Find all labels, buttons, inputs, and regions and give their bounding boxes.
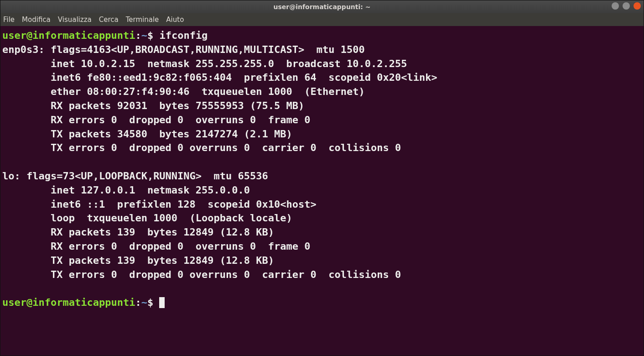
output-line: inet6 ::1 prefixlen 128 scopeid 0x10<hos…: [2, 199, 317, 210]
output-line: RX errors 0 dropped 0 overruns 0 frame 0: [2, 114, 311, 126]
maximize-icon[interactable]: [623, 2, 630, 10]
prompt-sep: :: [135, 297, 141, 308]
output-line: inet6 fe80::eed1:9c82:f065:404 prefixlen…: [2, 72, 437, 83]
command-text: ifconfig: [159, 30, 208, 41]
menu-visualizza[interactable]: Visualizza: [58, 16, 92, 24]
output-line: RX packets 92031 bytes 75555953 (75.5 MB…: [2, 100, 304, 111]
output-line: inet 10.0.2.15 netmask 255.255.255.0 bro…: [2, 58, 407, 69]
prompt-sep: :: [135, 30, 141, 41]
cursor-icon: [159, 297, 165, 308]
prompt-userhost: user@informaticappunti: [2, 30, 135, 41]
menu-aiuto[interactable]: Aiuto: [166, 16, 184, 24]
output-line: inet 127.0.0.1 netmask 255.0.0.0: [2, 184, 250, 196]
output-line: TX errors 0 dropped 0 overruns 0 carrier…: [2, 269, 401, 280]
output-line: ether 08:00:27:f4:90:46 txqueuelen 1000 …: [2, 86, 365, 97]
menu-cerca[interactable]: Cerca: [99, 16, 119, 24]
output-line: TX errors 0 dropped 0 overruns 0 carrier…: [2, 142, 401, 153]
output-line: TX packets 139 bytes 12849 (12.8 KB): [2, 255, 274, 266]
close-icon[interactable]: [634, 2, 641, 10]
output-line: TX packets 34580 bytes 2147274 (2.1 MB): [2, 128, 292, 140]
terminal-area[interactable]: user@informaticappunti:~$ ifconfig enp0s…: [0, 26, 644, 356]
output-line: RX packets 139 bytes 12849 (12.8 KB): [2, 226, 274, 238]
output-line: loop txqueuelen 1000 (Loopback locale): [2, 212, 292, 224]
prompt-dollar: $: [147, 297, 153, 308]
titlebar: user@informaticappunti: ~: [0, 0, 644, 13]
prompt-userhost: user@informaticappunti: [2, 297, 135, 308]
prompt-path: ~: [141, 30, 147, 41]
menubar: File Modifica Visualizza Cerca Terminale…: [0, 13, 644, 26]
window-title: user@informaticappunti: ~: [0, 3, 644, 10]
menu-modifica[interactable]: Modifica: [22, 16, 51, 24]
terminal-window: user@informaticappunti: ~ File Modifica …: [0, 0, 644, 356]
minimize-icon[interactable]: [612, 2, 619, 10]
prompt-dollar: $: [147, 30, 153, 41]
window-controls: [612, 2, 641, 10]
output-line: lo: flags=73<UP,LOOPBACK,RUNNING> mtu 65…: [2, 170, 268, 182]
prompt-path: ~: [141, 297, 147, 308]
output-line: enp0s3: flags=4163<UP,BROADCAST,RUNNING,…: [2, 44, 365, 55]
menu-terminale[interactable]: Terminale: [126, 16, 159, 24]
output-line: RX errors 0 dropped 0 overruns 0 frame 0: [2, 241, 311, 252]
menu-file[interactable]: File: [3, 16, 15, 24]
